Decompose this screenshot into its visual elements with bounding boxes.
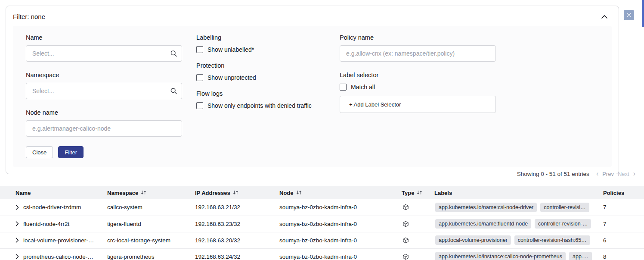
endpoints-page: Filter: none Name bbox=[0, 0, 644, 260]
endpoint-namespace: tigera-prometheus bbox=[105, 248, 193, 260]
filter-column-3: Policy name Label selector Match all + A… bbox=[340, 34, 496, 113]
add-label-selector-button[interactable]: + Add Label Selector bbox=[340, 96, 496, 113]
filter-panel: Filter: none Name bbox=[6, 6, 619, 174]
pagination-summary: Showing 0 - 51 of 51 entries bbox=[517, 171, 589, 177]
show-unlabelled-checkbox[interactable] bbox=[196, 46, 203, 53]
show-unprotected-checkbox[interactable] bbox=[196, 74, 203, 81]
pagination: Showing 0 - 51 of 51 entries ‹ Prev Next… bbox=[517, 170, 635, 177]
match-all-label: Match all bbox=[351, 84, 375, 91]
match-all-checkbox[interactable] bbox=[340, 84, 347, 91]
endpoint-ip: 192.168.63.23/32 bbox=[193, 216, 278, 232]
prev-arrow-icon[interactable]: ‹ bbox=[596, 170, 598, 177]
filter-column-2: Labelling Show unlabelled* Protection Sh… bbox=[196, 34, 325, 118]
expand-row-chevron-icon[interactable] bbox=[15, 221, 19, 226]
pod-type-icon bbox=[402, 221, 431, 227]
table-row[interactable]: fluentd-node-4rr2t tigera-fluentd 192.16… bbox=[0, 216, 644, 232]
table-row[interactable]: prometheus-calico-node-… tigera-promethe… bbox=[0, 248, 644, 260]
table-row[interactable]: csi-node-driver-tzdmm calico-system 192.… bbox=[0, 199, 644, 216]
sort-icon[interactable] bbox=[233, 190, 238, 196]
prev-page-link[interactable]: Prev bbox=[602, 171, 614, 177]
name-filter-label: Name bbox=[26, 34, 182, 41]
sort-icon[interactable] bbox=[141, 190, 146, 196]
chevron-up-icon bbox=[601, 13, 607, 20]
label-badge: app.kubernetes.io/name:csi-node-driver bbox=[435, 203, 537, 212]
label-badge: app:local-volume-provisioner bbox=[435, 235, 511, 245]
next-page-link[interactable]: Next bbox=[618, 171, 629, 177]
table-header-row: Name Namespace IP Addresses Node Type La… bbox=[0, 186, 644, 199]
column-header-type[interactable]: Type bbox=[400, 186, 433, 199]
sort-icon[interactable] bbox=[417, 190, 422, 196]
denied-traffic-checkbox[interactable] bbox=[196, 102, 203, 109]
column-header-ip[interactable]: IP Addresses bbox=[193, 186, 278, 199]
table-row[interactable]: local-volume-provisioner-… crc-local-sto… bbox=[0, 232, 644, 248]
show-unlabelled-label: Show unlabelled* bbox=[207, 46, 254, 53]
pod-type-icon bbox=[402, 237, 431, 244]
endpoint-policies-count: 8 bbox=[601, 248, 644, 260]
protection-heading: Protection bbox=[196, 62, 325, 69]
column-header-name: Name bbox=[0, 186, 105, 199]
label-badge: controller-revisi… bbox=[540, 203, 589, 212]
endpoint-name: fluentd-node-4rr2t bbox=[23, 221, 69, 227]
endpoint-namespace: tigera-fluentd bbox=[105, 216, 193, 232]
endpoint-node: soumya-bz-0zbo-kadm-infra-0 bbox=[278, 216, 400, 232]
endpoints-table: Name Namespace IP Addresses Node Type La… bbox=[0, 186, 644, 260]
scrollbar-thumb[interactable] bbox=[642, 0, 644, 27]
endpoint-policies-count: 7 bbox=[601, 216, 644, 232]
endpoint-ip: 192.168.63.21/32 bbox=[193, 199, 278, 216]
node-name-filter-input[interactable] bbox=[26, 120, 182, 137]
endpoint-name: csi-node-driver-tzdmm bbox=[23, 204, 81, 210]
label-badge: app.kubernetes.io/name:fluentd-node bbox=[435, 219, 531, 229]
close-icon bbox=[627, 12, 631, 19]
filter-panel-body: Name Namespace bbox=[13, 26, 612, 167]
pagination-nav: ‹ Prev Next › bbox=[596, 170, 635, 177]
column-header-labels: Labels bbox=[433, 186, 601, 199]
endpoint-node: soumya-bz-0zbo-kadm-infra-0 bbox=[278, 199, 400, 216]
expand-row-chevron-icon[interactable] bbox=[15, 254, 19, 259]
endpoint-node: soumya-bz-0zbo-kadm-infra-0 bbox=[278, 232, 400, 248]
label-selector-heading: Label selector bbox=[340, 71, 496, 79]
endpoint-ip: 192.168.63.20/32 bbox=[193, 232, 278, 248]
node-name-filter-label: Node name bbox=[26, 109, 182, 116]
filter-column-1: Name Namespace bbox=[26, 34, 182, 158]
expand-row-chevron-icon[interactable] bbox=[15, 205, 19, 210]
expand-row-chevron-icon[interactable] bbox=[15, 238, 19, 243]
endpoint-namespace: crc-local-storage-system bbox=[105, 232, 193, 248]
close-button[interactable]: Close bbox=[26, 146, 53, 158]
filter-panel-title: Filter: none bbox=[13, 13, 45, 20]
endpoint-namespace: calico-system bbox=[105, 199, 193, 216]
endpoint-policies-count: 7 bbox=[601, 199, 644, 216]
endpoint-name: prometheus-calico-node-… bbox=[23, 254, 93, 260]
filter-panel-header: Filter: none bbox=[6, 6, 619, 26]
endpoint-node: soumya-bz-0zbo-kadm-infra-0 bbox=[278, 248, 400, 260]
endpoint-ip: 192.168.63.24/32 bbox=[193, 248, 278, 260]
label-badge: app.… bbox=[569, 252, 592, 260]
next-arrow-icon[interactable]: › bbox=[633, 170, 635, 177]
label-badge: controller-revision-… bbox=[535, 219, 591, 229]
endpoint-name: local-volume-provisioner-… bbox=[23, 237, 94, 244]
namespace-filter-input[interactable] bbox=[26, 83, 182, 99]
endpoint-policies-count: 6 bbox=[601, 232, 644, 248]
label-badge: app.kubernetes.io/instance:calico-node-p… bbox=[435, 252, 566, 260]
name-filter-input[interactable] bbox=[26, 45, 182, 62]
column-header-namespace[interactable]: Namespace bbox=[105, 186, 193, 199]
policy-name-filter-label: Policy name bbox=[340, 34, 496, 41]
search-icon bbox=[170, 88, 177, 95]
show-unprotected-label: Show unprotected bbox=[207, 74, 256, 81]
policy-name-filter-input[interactable] bbox=[340, 45, 496, 62]
labelling-heading: Labelling bbox=[196, 34, 325, 41]
search-icon bbox=[170, 50, 177, 57]
namespace-filter-label: Namespace bbox=[26, 71, 182, 79]
label-badge: controller-revision-hash:65… bbox=[514, 235, 590, 245]
column-header-policies: Policies bbox=[601, 186, 644, 199]
column-header-node[interactable]: Node bbox=[278, 186, 400, 199]
sort-icon[interactable] bbox=[296, 190, 302, 196]
denied-traffic-label: Show only endpoints with denied traffic bbox=[207, 102, 312, 109]
close-panel-x-button[interactable] bbox=[624, 10, 634, 20]
pod-type-icon bbox=[402, 204, 431, 210]
flow-logs-heading: Flow logs bbox=[196, 90, 325, 97]
filter-button[interactable]: Filter bbox=[58, 146, 84, 158]
collapse-filter-button[interactable] bbox=[600, 12, 609, 22]
pod-type-icon bbox=[402, 254, 431, 260]
